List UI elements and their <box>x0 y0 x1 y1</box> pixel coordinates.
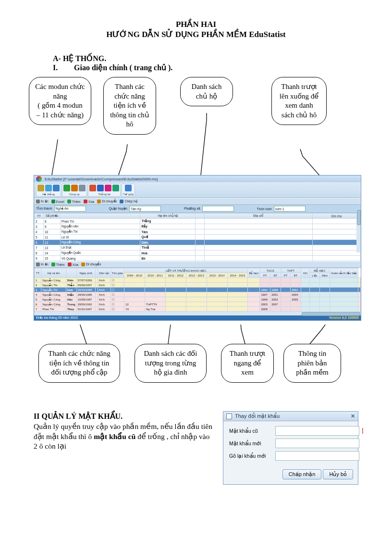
callout-bubble: Thông tin phiên bản phần mềm <box>283 344 341 383</box>
old-password-label: Mật khẩu cũ <box>229 428 272 434</box>
callout-bubble: Các modun chức năng ( gồm 4 modun – 11 c… <box>29 77 91 125</box>
add-button[interactable]: Thêm <box>67 200 81 203</box>
vertical-scrollbar[interactable] <box>356 209 360 252</box>
filter-bar: Tỉnh thành Nghệ An Quận huyện Tân Kỳ Phư… <box>34 205 361 213</box>
add-button[interactable]: Thêm <box>51 263 65 266</box>
table-row[interactable]: 410Nguyễn ThiTâm <box>35 229 361 235</box>
version-label: Version 8,0 100905 <box>329 316 359 320</box>
close-icon[interactable]: ✕ <box>351 413 355 419</box>
accept-button[interactable]: Chấp nhận <box>282 469 322 479</box>
repeat-password-input[interactable] <box>275 451 359 461</box>
old-password-input[interactable] <box>275 426 359 436</box>
ribbon-group-label: Trợ giúp <box>122 192 135 196</box>
del-icon <box>68 263 72 266</box>
callout-bubble: Thanh các chức năng tiện ích về thông ti… <box>103 77 156 135</box>
pie2-icon[interactable] <box>97 185 104 191</box>
error-icon: ! <box>362 428 363 434</box>
household-toolbar: In ấnExcelThêmXóaDi chuyểnChép hộ <box>34 198 361 205</box>
add-icon <box>67 200 71 203</box>
print-icon <box>36 200 40 203</box>
cancel-button[interactable]: Hủy bỏ <box>323 469 353 479</box>
title-sub: HƯỚNG DẪN SỬ DỤNG PHẦN MỀM EduStatist <box>34 29 358 39</box>
table-row[interactable]: 713Lê ĐứcThoả <box>35 245 361 251</box>
callout-bubble: Thanh trượt ngang để xem <box>221 344 274 383</box>
del-icon <box>84 200 87 203</box>
move-button[interactable]: Di chuyển <box>97 200 117 203</box>
del-button[interactable]: Xóa <box>84 200 94 203</box>
member-grid[interactable]: TTHọ và tênNgày sinhDân tộcTôn giáoLỚP V… <box>34 268 361 312</box>
new-password-label: Mật khẩu mới <box>229 440 272 446</box>
table-row[interactable]: 2Nguyễn ThiThảo09/06/1957Kinh☐ <box>35 283 361 288</box>
top-callouts: Các modun chức năng ( gồm 4 modun – 11 c… <box>34 72 358 173</box>
ribbon-group-label: Công cụ <box>68 192 81 196</box>
users-icon[interactable] <box>45 185 52 191</box>
repeat-password-label: Gõ lại khẩu mới <box>229 453 272 459</box>
callout-bubble: Thanh các chức năng tiện ích về thông ti… <box>38 344 120 383</box>
db-icon[interactable] <box>53 185 60 191</box>
excel-button[interactable]: Excel <box>51 200 64 203</box>
callout-bubble: Thanh trượt lên xuống để xem danh sách c… <box>271 77 327 125</box>
search-icon[interactable] <box>71 185 78 191</box>
callout-bubble: Danh sách chủ hộ <box>180 77 233 106</box>
wrench-icon[interactable] <box>79 185 86 191</box>
split-button[interactable]: Chép hộ <box>120 200 137 203</box>
hamlet-combo[interactable]: xóm 1 <box>274 206 306 212</box>
table-row[interactable]: 5Nguyễn CôngHào10/08/1987Kinh☐1998200220… <box>35 297 361 302</box>
table-row[interactable]: 511Lê SĩQuế <box>35 235 361 240</box>
table-row[interactable]: 1Nguyễn CôngDiên07/07/1956Kinh☐ <box>35 278 361 283</box>
pie4-icon[interactable] <box>112 185 119 191</box>
print-button[interactable]: In ấn <box>36 263 49 266</box>
del-button[interactable]: Xóa <box>68 263 78 266</box>
table-row[interactable]: 39Nguyễn vănBảy <box>35 224 361 229</box>
ribbon-group: Trợ giúp <box>122 183 135 197</box>
table-row[interactable]: 3Nguyễn ThiHoà20/10/1983Kinh☐19941998200… <box>35 288 361 292</box>
move-button[interactable]: Di chuyển <box>81 263 101 266</box>
ribbon: Hệ thốngCông cụThống kêTrợ giúp <box>34 182 361 198</box>
app-logo-icon <box>36 176 42 182</box>
pie-icon[interactable] <box>89 185 96 191</box>
member-toolbar: In ấnThêmXóaDi chuyển <box>34 261 361 268</box>
split-icon <box>120 200 123 203</box>
app-window: EduStatist [F:\usedat\Downloads\Compress… <box>34 175 361 321</box>
section-ii: II QUẢN LÝ MẬT KHẨU. Quản lý quyền truy … <box>34 411 358 485</box>
app-titlebar: EduStatist [F:\usedat\Downloads\Compress… <box>34 176 361 182</box>
add-icon <box>51 263 55 266</box>
key-icon[interactable] <box>37 185 44 191</box>
move-icon <box>81 263 85 266</box>
household-grid[interactable]: TTSố phiếuHọ tên chủ hộĐịa chỉGhi chú28P… <box>34 213 361 261</box>
table-row[interactable]: 814Nguyễn QuốcHoà <box>35 251 361 256</box>
section-a-heading: A- HỆ THỐNG. <box>53 54 358 63</box>
print-button[interactable]: In ấn <box>36 200 49 203</box>
table-row[interactable]: 6Nguyễn CôngTrung28/09/1992Kinh☐12THPTTK… <box>35 302 361 307</box>
callout-bubble: Danh sách các đối tượng trong từng hộ gi… <box>135 344 207 383</box>
bottom-callouts: Thanh các chức năng tiện ích về thông ti… <box>34 325 358 406</box>
province-combo[interactable]: Nghệ An <box>54 206 86 212</box>
table-row[interactable]: 7Phan ThiThùy01/01/1997Kinh☐7ANg Trai200… <box>35 307 361 312</box>
pie3-icon[interactable] <box>105 185 111 191</box>
section-i-heading: I. Giao diện chính ( trang chủ ). <box>53 63 358 72</box>
ribbon-group: Công cụ <box>62 183 87 197</box>
dialog-icon <box>226 414 232 419</box>
dialog-title: Thay đổi mật khẩu <box>235 413 280 419</box>
excel-icon <box>51 200 55 203</box>
check-icon[interactable] <box>63 185 70 191</box>
horizontal-scrollbar[interactable] <box>302 312 360 316</box>
ribbon-group: Hệ thống <box>36 183 61 197</box>
new-password-input[interactable] <box>275 439 359 448</box>
status-bar: Điều tra tháng 09 năm 2010 Version 8,0 1… <box>34 315 361 320</box>
table-row[interactable]: 915Võ QuangBé <box>35 256 361 261</box>
title-main: PHẦN HAI <box>34 19 358 29</box>
table-row[interactable]: 4Nguyễn CôngHiếu28/06/1985Kinh☐199720012… <box>35 292 361 297</box>
ribbon-group: Thống kê <box>88 183 121 197</box>
table-row[interactable]: 28Phan ThiThắng <box>35 219 361 224</box>
ribbon-group-label: Hệ thống <box>41 192 56 196</box>
table-row[interactable]: 612Nguyễn CôngDiên <box>35 240 361 245</box>
move-icon <box>97 200 101 203</box>
ribbon-group-label: Thống kê <box>97 192 111 196</box>
ward-combo[interactable] <box>202 206 234 212</box>
district-combo[interactable]: Tân Kỳ <box>129 206 161 212</box>
password-dialog: Thay đổi mật khẩu ✕ Mật khẩu cũ ! Mật kh… <box>223 411 358 485</box>
section-ii-heading: II QUẢN LÝ MẬT KHẨU. <box>34 411 214 422</box>
print-icon <box>36 263 40 266</box>
help-icon[interactable] <box>125 185 132 191</box>
